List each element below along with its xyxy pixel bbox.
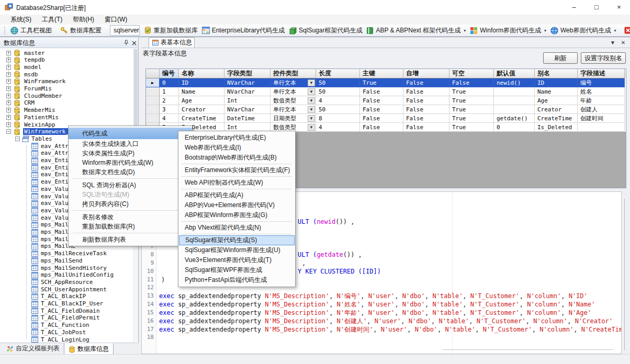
row-selector-cell[interactable] <box>146 105 160 114</box>
row-selector-cell[interactable] <box>146 114 160 123</box>
grid-cell[interactable]: 50 <box>316 105 360 114</box>
grid-cell[interactable]: ID <box>179 78 224 87</box>
combo-dropdown-icon[interactable]: ▼ <box>308 106 315 113</box>
grid-cell[interactable]: NVarChar <box>224 87 271 96</box>
context-menu-item[interactable]: 刷新数据库列表 <box>69 235 192 244</box>
tree-node-database[interactable]: +ForumMis <box>0 85 138 93</box>
grid-cell[interactable]: 单行文本▼ <box>271 105 316 114</box>
menubar-item-2[interactable]: 工具(T) <box>37 15 68 25</box>
tree-node-database[interactable]: +msdb <box>0 71 138 78</box>
submenu-item[interactable]: EntityFramework实体框架代码生成(F) <box>178 165 295 175</box>
maximize-button[interactable]: □ <box>585 0 608 15</box>
grid-cell[interactable]: False <box>360 87 403 96</box>
tree-node-table[interactable]: mps_MailUnifiedConfig <box>0 271 138 279</box>
tree-node-database[interactable]: +WinFramework <box>0 78 138 85</box>
row-selector-cell[interactable]: ▶ <box>146 78 160 87</box>
grid-cell[interactable]: False <box>360 114 403 123</box>
grid-cell[interactable]: 编号 <box>578 78 625 87</box>
grid-column-header[interactable]: 字段描述 <box>578 69 625 78</box>
tree-node-database[interactable]: +MemberMis <box>0 107 138 114</box>
grid-cell[interactable]: 8 <box>316 114 360 123</box>
context-menu-item[interactable]: 实体类生成快速入口▶ <box>69 139 192 149</box>
context-menu-item[interactable]: 数据库文档生成(D) <box>69 167 192 177</box>
expand-box-icon[interactable]: + <box>6 51 11 55</box>
submenu-item[interactable]: EnterpriseLibrary代码生成(E) <box>178 133 295 143</box>
grid-cell[interactable]: True <box>360 78 403 87</box>
grid-cell[interactable] <box>494 96 535 105</box>
grid-column-header[interactable]: 控件类型 <box>271 69 316 78</box>
grid-cell[interactable]: False <box>449 78 494 87</box>
toolbar-button-db-config[interactable]: 数据库配置 <box>58 26 104 36</box>
grid-cell[interactable]: False <box>403 87 449 96</box>
toolbar-button-winform[interactable]: Winform界面代码生成▾ <box>468 26 548 36</box>
grid-cell[interactable]: 单行文本▼ <box>271 87 316 96</box>
grid-column-header[interactable]: 可空 <box>449 69 494 78</box>
tree-node-table[interactable]: mps_MailSend <box>0 257 138 264</box>
toolbar-button-sqlsugar[interactable]: SqlSugar框架代码生成 <box>287 26 364 36</box>
tree-node-table[interactable]: T_ACL_FieldPermit <box>0 314 138 322</box>
grid-cell[interactable]: Creator <box>179 105 224 114</box>
grid-cell[interactable]: getdate() <box>494 114 535 123</box>
grid-column-header[interactable]: 主键 <box>360 69 403 78</box>
expand-box-icon[interactable]: + <box>6 108 11 112</box>
context-menu-item[interactable]: 代码生成▶ <box>69 128 192 139</box>
grid-cell[interactable]: False <box>403 105 449 114</box>
refresh-button[interactable]: 刷新 <box>543 52 578 64</box>
context-menu-item[interactable]: SQL语句生成(M)▶ <box>69 190 192 199</box>
grid-row[interactable]: 4CreateTimeDateTime日期类型▼8FalseFalseTrueg… <box>146 114 626 123</box>
collapse-box-icon[interactable]: − <box>15 136 20 141</box>
grid-cell[interactable] <box>494 105 535 114</box>
combo-dropdown-icon[interactable]: ▼ <box>308 97 315 104</box>
grid-cell[interactable]: True <box>449 87 494 96</box>
grid-cell[interactable]: ID <box>535 78 578 87</box>
tree-scrollbar-thumb[interactable] <box>134 49 138 128</box>
grid-cell[interactable]: False <box>360 96 403 105</box>
tree-node-table[interactable]: T_ACL_JobPost <box>0 328 138 336</box>
grid-cell[interactable]: False <box>403 123 449 132</box>
expand-box-icon[interactable]: + <box>6 58 11 62</box>
tree-node-database[interactable]: +PatientMis <box>0 113 138 121</box>
sql-hscrollbar[interactable] <box>443 349 613 350</box>
submenu-item[interactable]: Python+FastApi后端代码生成 <box>178 275 295 285</box>
grid-cell[interactable]: 4 <box>316 123 360 132</box>
tree-node-table[interactable]: T_ACL_Function <box>0 322 138 329</box>
submenu-item[interactable]: Vue3+Element界面代码生成(T) <box>178 255 295 265</box>
submenu-item[interactable]: Abp VNext框架代码生成(N) <box>178 223 295 233</box>
grid-cell[interactable]: Age <box>179 96 224 105</box>
grid-cell[interactable]: True <box>449 114 494 123</box>
minimize-button[interactable]: – <box>562 0 586 15</box>
row-selector-cell[interactable] <box>146 87 160 96</box>
grid-cell[interactable]: 姓名 <box>578 87 625 96</box>
toolbar-button-entlib[interactable]: EnterpriseLibrary代码生成 <box>200 26 287 36</box>
grid-cell[interactable]: 50 <box>316 78 360 87</box>
context-menu-item[interactable]: 实体类属性生成(P) <box>69 149 192 158</box>
expand-box-icon[interactable]: + <box>6 79 11 84</box>
tree-node-database[interactable]: +master <box>0 49 138 56</box>
expand-box-icon[interactable]: + <box>6 86 11 91</box>
grid-cell[interactable]: 创建时间 <box>578 114 625 123</box>
grid-cell[interactable]: Is_Deleted <box>535 123 578 132</box>
grid-cell[interactable]: False <box>360 105 403 114</box>
grid-corner-cell[interactable] <box>146 69 160 78</box>
combo-dropdown-icon[interactable]: ▼ <box>308 115 315 122</box>
grid-cell[interactable]: CreateTime <box>179 114 224 123</box>
tree-node-table[interactable]: T_ACL_BlackIP_User <box>0 300 138 308</box>
context-menu-item[interactable]: Winform界面代码生成(W) <box>69 158 192 167</box>
grid-cell[interactable]: True <box>449 96 494 105</box>
grid-cell[interactable] <box>494 87 535 96</box>
context-menu-item[interactable]: 重新加载数据库(R) <box>69 222 192 231</box>
submenu-item[interactable]: ABP框架Winform界面生成(G) <box>178 210 295 220</box>
grid-cell[interactable]: 50 <box>316 87 360 96</box>
grid-cell[interactable]: NVarChar <box>224 78 271 87</box>
tab-table-basic-info[interactable]: 表基本信息 <box>149 37 195 48</box>
grid-column-header[interactable]: 字段类型 <box>224 69 271 78</box>
grid-row[interactable]: 3CreatorNVarChar单行文本▼50FalseFalseTrueCre… <box>146 105 626 114</box>
collapse-box-icon[interactable]: − <box>6 129 11 134</box>
grid-column-header[interactable]: 名称 <box>179 69 224 78</box>
context-menu-item[interactable]: SQL 查询分析器(A) <box>69 180 192 190</box>
grid-cell[interactable]: 4 <box>316 96 360 105</box>
tree-node-database[interactable]: +tempdb <box>0 56 138 64</box>
set-field-alias-button[interactable]: 设置字段别名 <box>581 52 626 64</box>
grid-cell[interactable]: 年龄 <box>578 96 625 105</box>
grid-cell[interactable]: Name <box>535 87 578 96</box>
